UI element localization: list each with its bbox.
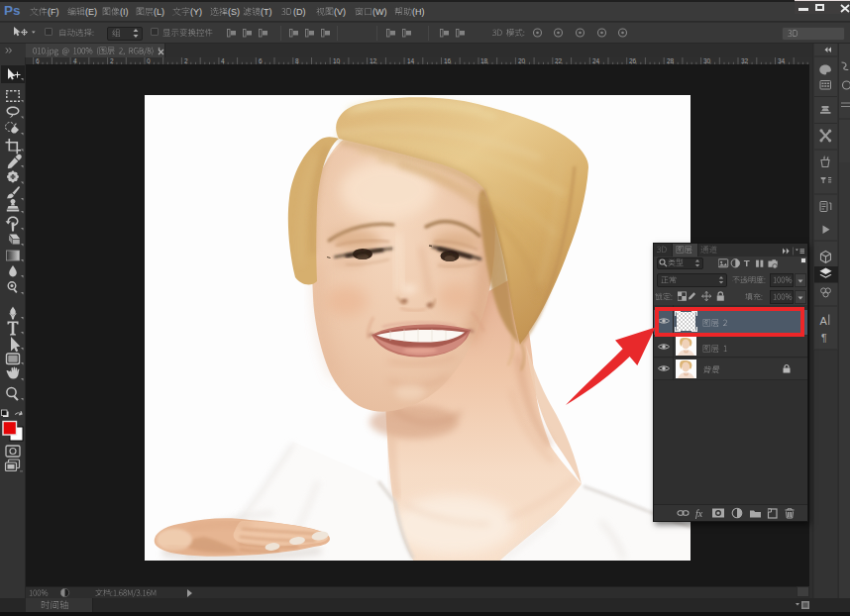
svg-text:4: 4 — [73, 57, 77, 64]
svg-text:fx: fx — [695, 508, 703, 519]
svg-text:32: 32 — [741, 57, 749, 64]
svg-text:¶: ¶ — [821, 332, 827, 344]
svg-text:20: 20 — [518, 57, 526, 64]
svg-text:6: 6 — [259, 57, 263, 64]
svg-text:2: 2 — [110, 57, 114, 64]
svg-text:10: 10 — [333, 57, 341, 64]
svg-text:18: 18 — [480, 57, 488, 64]
svg-text:28: 28 — [667, 57, 675, 64]
svg-text:34: 34 — [778, 57, 786, 64]
svg-text:22: 22 — [555, 57, 563, 64]
svg-text:6: 6 — [36, 57, 40, 64]
svg-text:0: 0 — [147, 57, 151, 64]
svg-text:A: A — [820, 315, 828, 327]
svg-text:12: 12 — [370, 57, 377, 64]
svg-text:24: 24 — [592, 57, 600, 64]
svg-text:T: T — [744, 257, 750, 268]
svg-text:2: 2 — [184, 57, 188, 64]
svg-text:16: 16 — [444, 57, 452, 64]
svg-text:4: 4 — [221, 57, 225, 64]
svg-text:8: 8 — [295, 57, 299, 64]
svg-text:26: 26 — [629, 57, 637, 64]
svg-text:30: 30 — [703, 57, 711, 64]
svg-text:14: 14 — [407, 57, 415, 64]
